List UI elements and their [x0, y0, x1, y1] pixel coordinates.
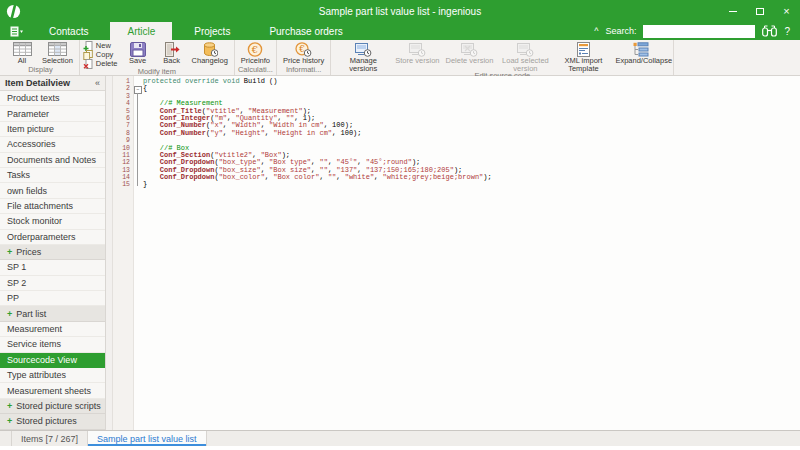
ribbon-group-label: Modify item [83, 68, 231, 76]
button-label: All [18, 57, 26, 65]
bottom-strip [0, 446, 800, 450]
sidebar-item-service-items[interactable]: Service items [0, 337, 105, 352]
sidebar-item-label: Stored picture scripts [16, 401, 101, 411]
sidebar-scrollbar[interactable] [106, 76, 113, 430]
ribbon-button-delete-version[interactable]: Delete version [442, 41, 496, 65]
sidebar-item-measurement[interactable]: Measurement [0, 322, 105, 337]
code-token: , [265, 129, 273, 137]
ribbon-button-manage-versions[interactable]: Manage versions [334, 41, 392, 72]
minimize-button[interactable] [719, 0, 746, 22]
ribbon-tab-bar: ContactsArticleProjectsPurchase orders ^… [0, 22, 800, 40]
fold-margin [133, 93, 143, 100]
advanced-search-button[interactable] [762, 25, 777, 37]
menu-tab-contacts[interactable]: Contacts [32, 22, 105, 40]
code-line[interactable]: 1protected override void Build () [113, 78, 800, 85]
ribbon-toolbar: AllSelectionDisplayNewCopyDeleteSaveBack… [0, 40, 800, 76]
ribbon-button-price-history[interactable]: €Price history [280, 41, 327, 65]
code-token: ); [353, 129, 361, 137]
code-token: "box_color" [219, 173, 265, 181]
code-line[interactable]: 2{ [113, 85, 800, 92]
sidebar-item-own-fields[interactable]: own fields [0, 183, 105, 198]
menu-tab-purchase-orders[interactable]: Purchase orders [252, 22, 359, 40]
menu-tab-projects[interactable]: Projects [177, 22, 247, 40]
sidebar-item-part-list[interactable]: +Part list [0, 306, 105, 321]
code-line[interactable]: 8 Conf_Number("y", "Height", "Height in … [113, 130, 800, 137]
app-menu-button[interactable] [0, 22, 32, 40]
sidebar-item-prices[interactable]: +Prices [0, 245, 105, 260]
code-token: { [143, 84, 147, 92]
ribbon-button-changelog[interactable]: Changelog [189, 41, 231, 65]
main-area: Item Detailview « Product textsParameter… [0, 76, 800, 430]
code-text: } [143, 181, 147, 188]
sidebar-item-stored-picture-scripts[interactable]: +Stored picture scripts [0, 399, 105, 414]
sidebar-item-parameter[interactable]: Parameter [0, 106, 105, 121]
button-label: Delete [96, 59, 118, 68]
sidebar-item-label: Orderparameters [7, 232, 76, 242]
button-label: Selection [42, 57, 73, 65]
code-token: "Height" [231, 129, 265, 137]
fold-margin [133, 115, 143, 122]
line-number: 6 [113, 115, 133, 122]
ribbon-button-save[interactable]: Save [121, 41, 155, 65]
ribbon-button-expand-collapse[interactable]: Expand/Collapse [612, 41, 670, 65]
ribbon-button-selection[interactable]: Selection [39, 41, 76, 65]
code-token: "Box color" [273, 173, 319, 181]
sidebar-item-label: Product texts [7, 93, 60, 103]
sidebar-item-documents-and-notes[interactable]: Documents and Notes [0, 153, 105, 168]
sidebar-item-sourcecode-view[interactable]: Sourcecode View [0, 353, 105, 368]
search-input[interactable] [643, 25, 755, 38]
sidebar-item-pp[interactable]: PP [0, 291, 105, 306]
statusbar-tab-sample-part-list-value-list[interactable]: Sample part list value list [87, 431, 207, 446]
sidebar-item-accessories[interactable]: Accessories [0, 137, 105, 152]
collapse-ribbon-button[interactable]: ^ [594, 26, 598, 36]
app-window: Sample part list value list - ingenious … [0, 0, 800, 450]
help-button[interactable]: ? [784, 26, 790, 37]
code-lines: 1protected override void Build ()2{34 //… [113, 78, 800, 189]
code-line[interactable]: 15} [113, 181, 800, 188]
sidebar-item-sp-1[interactable]: SP 1 [0, 260, 105, 275]
delete-document-icon [83, 59, 93, 69]
sidebar-item-item-picture[interactable]: Item picture [0, 122, 105, 137]
line-number: 8 [113, 130, 133, 137]
menu-tab-article[interactable]: Article [110, 22, 172, 40]
line-number: 1 [113, 78, 133, 85]
app-logo-icon [6, 4, 21, 19]
ribbon-button-load-selected-version[interactable]: Load selected version [496, 41, 554, 72]
maximize-button[interactable] [746, 0, 773, 22]
code-token: Conf_Number [160, 129, 206, 137]
code-editor[interactable]: 1protected override void Build ()2{34 //… [113, 76, 800, 430]
xml-import-icon [576, 41, 591, 57]
ribbon-button-delete[interactable]: Delete [83, 59, 118, 68]
fold-margin [133, 152, 143, 159]
sidebar-item-orderparameters[interactable]: Orderparameters [0, 230, 105, 245]
sidebar-item-product-texts[interactable]: Product texts [0, 91, 105, 106]
ribbon-button-xml-import-template[interactable]: XML import Template [554, 41, 612, 72]
code-token: Build () [240, 77, 278, 85]
delete-version-icon [461, 41, 478, 57]
sidebar-item-stock-monitor[interactable]: Stock monitor [0, 214, 105, 229]
sidebar-item-stored-pictures[interactable]: +Stored pictures [0, 414, 105, 429]
statusbar-tab-items-7-267[interactable]: Items [7 / 267] [11, 431, 88, 446]
close-button[interactable]: × [773, 0, 800, 22]
code-line[interactable]: 9 [113, 137, 800, 144]
fold-collapse-icon[interactable] [133, 85, 143, 92]
sidebar-item-sp-2[interactable]: SP 2 [0, 276, 105, 291]
back-icon [164, 41, 180, 57]
sidebar-item-tasks[interactable]: Tasks [0, 168, 105, 183]
sidebar-item-file-attachments[interactable]: File attachments [0, 199, 105, 214]
ribbon-button-priceinfo[interactable]: €Priceinfo [238, 41, 273, 65]
ribbon-button-all[interactable]: All [5, 41, 39, 65]
sidebar-item-type-attributes[interactable]: Type attributes [0, 368, 105, 383]
ribbon-button-store-version[interactable]: Store version [392, 41, 442, 65]
ribbon-button-back[interactable]: Back [155, 41, 189, 65]
sidebar-item-measurement-sheets[interactable]: Measurement sheets [0, 383, 105, 398]
changelog-icon [202, 41, 218, 57]
code-token: "Height in cm" [273, 129, 332, 137]
code-line[interactable]: 14 Conf_Dropdown("box_color", "Box color… [113, 174, 800, 181]
code-token: , [336, 173, 344, 181]
sidebar-item-label: Part list [16, 309, 46, 319]
sidebar-collapse-button[interactable]: « [95, 78, 100, 88]
sidebar-item-label: Measurement [7, 324, 62, 334]
button-label: Store version [395, 57, 439, 65]
code-token [143, 129, 160, 137]
